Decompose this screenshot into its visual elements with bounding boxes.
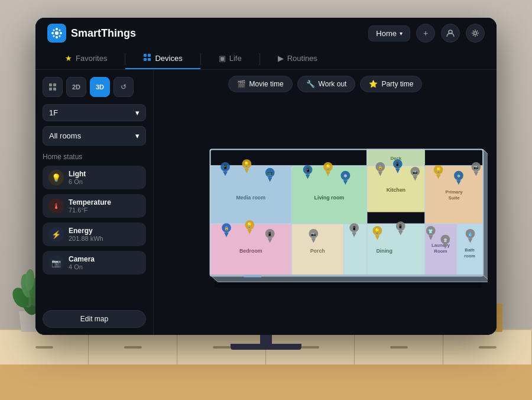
- temp-status-info: Temperature 71.6°F: [69, 198, 111, 214]
- temp-status-value: 71.6°F: [69, 207, 111, 214]
- view-controls: 2D 3D ↺: [43, 77, 146, 97]
- routines-play-icon: ▶: [278, 54, 284, 63]
- svg-text:📱: 📱: [305, 167, 311, 173]
- room-selector[interactable]: All rooms ▾: [43, 126, 146, 146]
- svg-point-11: [60, 32, 62, 34]
- svg-text:📱: 📱: [398, 224, 403, 229]
- svg-point-15: [59, 36, 61, 37]
- settings-button[interactable]: [466, 24, 485, 43]
- tv-frame: SmartThings Home ▾ +: [35, 18, 497, 335]
- floor-dropdown-arrow-icon: ▾: [135, 108, 140, 117]
- svg-point-13: [59, 30, 61, 31]
- svg-rect-21: [148, 58, 151, 61]
- svg-text:Porch: Porch: [310, 248, 325, 254]
- floor-plan-container: Media room Living room Kitchen: [154, 95, 497, 335]
- 3d-view-button[interactable]: 3D: [90, 77, 110, 97]
- svg-text:Bedroom: Bedroom: [239, 248, 262, 254]
- floor-selector[interactable]: 1F ▾: [43, 104, 146, 121]
- svg-rect-23: [53, 83, 56, 86]
- energy-status-name: Energy: [69, 227, 103, 235]
- app-title: SmartThings: [71, 27, 136, 40]
- svg-point-7: [55, 31, 59, 35]
- app-header: SmartThings Home ▾ +: [35, 18, 497, 49]
- tv-screen: SmartThings Home ▾ +: [35, 18, 497, 335]
- svg-text:💡: 💡: [374, 228, 380, 234]
- camera-status-info: Camera 4 On: [69, 255, 95, 270]
- energy-status-value: 201.88 kWh: [69, 235, 103, 242]
- status-item-camera[interactable]: 📷 Camera 4 On: [43, 251, 146, 275]
- svg-rect-20: [144, 58, 147, 61]
- add-button[interactable]: +: [416, 24, 435, 43]
- camera-status-name: Camera: [69, 255, 95, 263]
- svg-text:Room: Room: [434, 249, 447, 254]
- sidebar: 2D 3D ↺ 1F ▾: [35, 70, 154, 335]
- svg-text:📷: 📷: [311, 231, 316, 237]
- svg-point-10: [51, 32, 54, 34]
- party-time-scene[interactable]: ⭐ Party time: [360, 76, 422, 92]
- svg-text:room: room: [464, 253, 475, 259]
- svg-rect-22: [49, 83, 52, 86]
- tab-devices-label: Devices: [155, 54, 182, 63]
- scene-bar: 🎬 Movie time 🔧 Work out ⭐ Party time: [154, 70, 497, 95]
- logo-area: SmartThings: [47, 24, 136, 43]
- light-status-icon: 💡: [48, 170, 64, 185]
- 3d-label: 3D: [96, 83, 104, 91]
- smartthings-app: SmartThings Home ▾ +: [35, 18, 497, 335]
- home-status-title: Home status: [43, 153, 146, 161]
- svg-rect-24: [49, 88, 52, 91]
- light-status-value: 6 On: [69, 178, 86, 185]
- edit-map-button[interactable]: Edit map: [43, 310, 146, 328]
- tab-routines[interactable]: ▶ Routines: [260, 49, 335, 69]
- tab-life[interactable]: ▣ Life: [201, 49, 259, 69]
- svg-text:Primary: Primary: [445, 189, 463, 195]
- svg-text:💡: 💡: [325, 164, 331, 170]
- history-view-button[interactable]: ↺: [113, 77, 134, 97]
- light-status-info: Light 6 On: [69, 170, 86, 185]
- svg-marker-60: [483, 149, 488, 282]
- svg-text:Suite: Suite: [448, 195, 460, 201]
- status-item-light[interactable]: 💡 Light 6 On: [43, 166, 146, 189]
- dropdown-arrow-icon: ▾: [400, 30, 403, 37]
- svg-text:📱: 📱: [395, 162, 400, 167]
- app-main-content: 2D 3D ↺ 1F ▾: [35, 70, 497, 335]
- main-floor-view: 🎬 Movie time 🔧 Work out ⭐ Party time: [154, 70, 497, 335]
- movie-time-scene[interactable]: 🎬 Movie time: [228, 76, 293, 92]
- 2d-label: 2D: [72, 83, 80, 91]
- profile-button[interactable]: [441, 24, 460, 43]
- floor-plan-svg: Media room Living room Kitchen: [163, 98, 488, 326]
- svg-text:💡: 💡: [246, 222, 252, 228]
- svg-rect-25: [53, 88, 56, 91]
- svg-rect-128: [244, 275, 261, 278]
- tab-devices[interactable]: Devices: [125, 49, 200, 69]
- svg-text:💡: 💡: [436, 167, 442, 173]
- svg-text:📺: 📺: [267, 170, 273, 176]
- floor-plan: Media room Living room Kitchen: [163, 98, 488, 326]
- status-item-temperature[interactable]: 🌡 Temperature 71.6°F: [43, 194, 146, 218]
- workout-label: Work out: [319, 80, 347, 88]
- navigation-tabs: ★ Favorites Devices: [35, 49, 497, 70]
- svg-text:🔒: 🔒: [378, 164, 383, 170]
- tab-routines-label: Routines: [287, 54, 317, 63]
- tab-favorites[interactable]: ★ Favorites: [47, 49, 125, 69]
- workout-scene[interactable]: 🔧 Work out: [297, 76, 356, 92]
- svg-text:💡: 💡: [244, 161, 249, 167]
- svg-point-12: [53, 30, 55, 31]
- header-controls: Home ▾ +: [368, 24, 485, 43]
- 2d-view-button[interactable]: 2D: [66, 77, 86, 97]
- status-item-energy[interactable]: ⚡ Energy 201.88 kWh: [43, 222, 146, 246]
- svg-rect-19: [148, 54, 151, 57]
- svg-text:Kitchen: Kitchen: [387, 187, 406, 193]
- home-selector[interactable]: Home ▾: [368, 25, 410, 41]
- devices-grid-icon: [143, 53, 151, 63]
- svg-text:📷: 📷: [473, 164, 479, 170]
- svg-text:💧: 💧: [468, 231, 473, 237]
- svg-text:Laundry: Laundry: [432, 243, 450, 248]
- svg-point-9: [56, 36, 58, 38]
- svg-point-8: [56, 28, 58, 30]
- svg-text:❄: ❄: [457, 174, 460, 178]
- grid-view-button[interactable]: [43, 77, 63, 97]
- svg-point-17: [474, 32, 477, 35]
- svg-text:📱: 📱: [352, 225, 357, 231]
- svg-text:🔒: 🔒: [224, 225, 229, 231]
- svg-text:Living room: Living room: [314, 195, 345, 201]
